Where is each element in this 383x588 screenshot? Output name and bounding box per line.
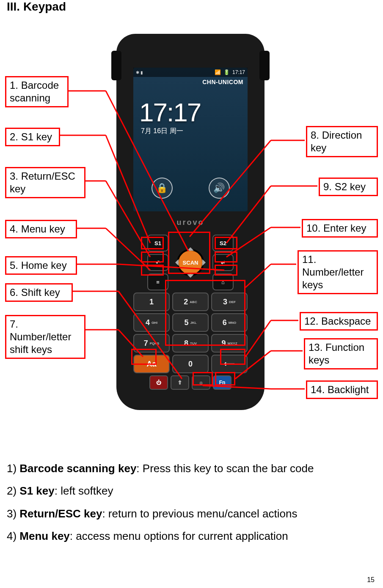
status-left: ✱ ▮: [136, 70, 143, 75]
key-5: 5JKL: [172, 313, 209, 332]
desc-4: 4) Menu key: access menu options for cur…: [7, 526, 375, 547]
key-descriptions: 1) Barcode scanning key: Press this key …: [7, 457, 375, 549]
return-key: ↶: [147, 254, 168, 271]
s2-key: S2: [212, 235, 234, 252]
lock-icon: 🔒: [152, 178, 173, 199]
label-13: 13. Function keys: [304, 338, 378, 369]
label-12: 12. Backspace: [300, 312, 378, 331]
scan-key: SCAN: [177, 249, 204, 276]
status-time: 17:17: [232, 69, 245, 75]
backlight-key: ☼: [192, 375, 210, 390]
label-10: 10. Enter key: [302, 219, 378, 238]
desc-2: 2) S1 key: left softkey: [7, 481, 375, 501]
section-heading: III. Keypad: [7, 0, 66, 14]
device-screen: ✱ ▮ 📶 🔋 17:17 CHN-UNICOM 17:17 7月 16日 周一…: [133, 68, 248, 211]
dpad-up-icon: [187, 244, 194, 251]
label-5: 5. Home key: [5, 256, 77, 275]
enter-key: ↵: [212, 254, 234, 271]
power-key: ⏻: [149, 375, 168, 390]
fn-key: Fn: [213, 375, 231, 390]
battery-icon: 🔋: [223, 69, 230, 75]
keypad-area: S1 ↶ ≡ SCAN S2 ↵ ⌂: [129, 232, 252, 392]
dpad-down-icon: [187, 274, 194, 281]
page-number: 15: [367, 576, 375, 584]
label-9: 9. S2 key: [319, 178, 378, 196]
signal-icon: 📶: [215, 69, 221, 75]
direction-pad: SCAN: [171, 243, 210, 282]
home-key: ⌂: [212, 273, 234, 290]
aa-key: Aa: [133, 355, 170, 373]
brand-label: urovo: [116, 218, 265, 227]
key-4: 4GHI: [133, 313, 170, 332]
label-11: 11. Number/letter keys: [298, 250, 378, 294]
device-body: ✱ ▮ 📶 🔋 17:17 CHN-UNICOM 17:17 7月 16日 周一…: [116, 34, 265, 410]
label-14: 14. Backlight: [306, 380, 378, 399]
shift-key: ⇧: [171, 375, 189, 390]
label-4: 4. Menu key: [5, 220, 77, 238]
clock-time: 17:17: [139, 97, 201, 127]
key-8: 8TUV: [172, 334, 209, 353]
desc-1: 1) Barcode scanning key: Press this key …: [7, 458, 375, 479]
s1-key: S1: [147, 235, 168, 252]
key-6: 6MNO: [211, 313, 248, 332]
key-3: 3DEF: [211, 293, 248, 311]
dpad-right-icon: [202, 259, 209, 266]
label-1: 1. Barcode scanning: [5, 76, 69, 107]
key-0: 0: [172, 355, 209, 373]
menu-key: ≡: [147, 273, 168, 290]
status-bar: ✱ ▮ 📶 🔋 17:17: [133, 68, 248, 77]
sound-icon: 🔊: [209, 178, 230, 199]
desc-3: 3) Return/ESC key: return to previous me…: [7, 503, 375, 524]
label-2: 2. S1 key: [5, 128, 60, 146]
label-7: 7. Number/letter shift keys: [5, 315, 85, 359]
key-1: 1: [133, 293, 170, 311]
backspace-key: ⟵: [211, 355, 248, 373]
label-3: 3. Return/ESC key: [5, 167, 85, 198]
key-2: 2ABC: [172, 293, 209, 311]
date-label: 7月 16日 周一: [141, 127, 183, 136]
keypad-diagram: ✱ ▮ 📶 🔋 17:17 CHN-UNICOM 17:17 7月 16日 周一…: [0, 34, 383, 423]
label-8: 8. Direction key: [306, 126, 378, 157]
dpad-left-icon: [172, 259, 179, 266]
key-9: 9WXYZ: [211, 334, 248, 353]
key-7: 7PQRS: [133, 334, 170, 353]
label-6: 6. Shift key: [5, 283, 73, 302]
carrier-label: CHN-UNICOM: [202, 79, 243, 85]
